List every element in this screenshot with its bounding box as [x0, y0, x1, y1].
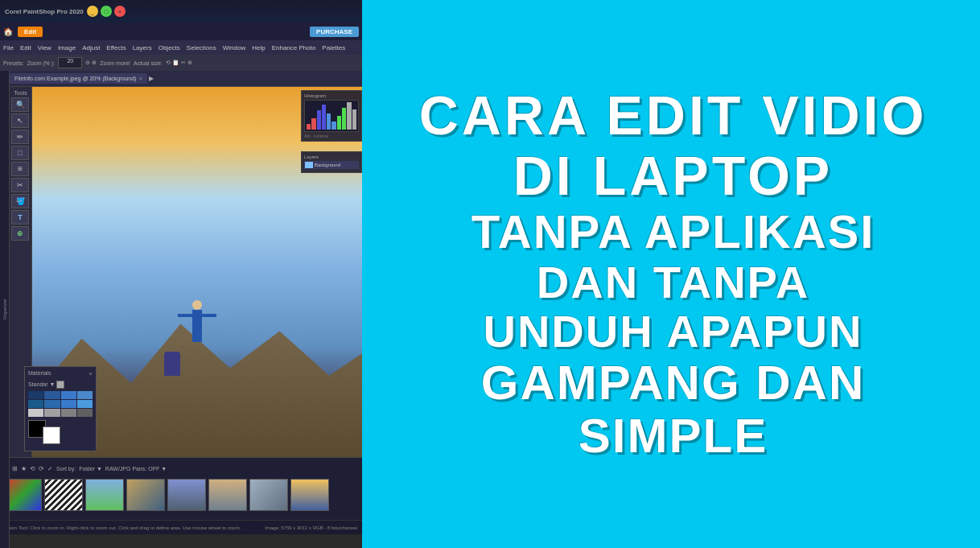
- zoom-controls: ⊖ ⊕: [85, 60, 97, 66]
- minimize-button[interactable]: _: [87, 6, 98, 17]
- swatch-2[interactable]: [44, 391, 60, 399]
- hist-bar-6: [331, 122, 336, 130]
- swatch-6[interactable]: [44, 400, 60, 408]
- layers-panel: Layers Background: [301, 151, 362, 173]
- materials-title: Materials: [28, 370, 51, 377]
- histogram-panel: Histogram Abs. Luminos: [301, 90, 362, 142]
- maximize-button[interactable]: □: [101, 6, 112, 17]
- menu-help[interactable]: Help: [252, 44, 265, 52]
- menu-edit[interactable]: Edit: [20, 44, 31, 52]
- menu-view[interactable]: View: [38, 44, 51, 52]
- swatch-12[interactable]: [77, 409, 93, 417]
- overlay-line-6: GAMPANG DAN: [419, 356, 928, 410]
- hist-bar-5: [327, 113, 331, 130]
- swatch-3[interactable]: [61, 391, 76, 399]
- layer-row: Background: [304, 161, 359, 169]
- close-button[interactable]: ×: [114, 6, 126, 17]
- menu-palettes[interactable]: Palettes: [322, 44, 345, 52]
- menu-objects[interactable]: Objects: [159, 44, 180, 52]
- menu-selections[interactable]: Selections: [187, 44, 216, 52]
- background-color[interactable]: [43, 426, 60, 444]
- swatch-11[interactable]: [61, 409, 76, 417]
- filmstrip-icon-3[interactable]: ★: [21, 465, 27, 472]
- menu-file[interactable]: File: [3, 44, 14, 52]
- sort-label: Sort by:: [56, 466, 76, 472]
- tab-close-icon[interactable]: ×: [138, 75, 142, 82]
- thumb-5[interactable]: [167, 479, 206, 511]
- zoom-label: Zoom (% ):: [27, 60, 56, 66]
- crop-tool[interactable]: ⊞: [11, 162, 29, 176]
- filmstrip-icon-4[interactable]: ⟲: [30, 465, 35, 472]
- app-logo: Corel PaintShop Pro 2020: [5, 8, 84, 15]
- status-text: Zoom Tool: Click to zoom in. Right-click…: [5, 525, 241, 530]
- person-body: [192, 310, 202, 342]
- menu-window[interactable]: Window: [223, 44, 245, 52]
- overlay-line-2: DI LAPTOP: [419, 146, 928, 206]
- rawjpg-label[interactable]: RAW/JPG Pairs: OFF ▼: [105, 466, 167, 472]
- thumb-2[interactable]: [44, 479, 83, 511]
- window-controls: _ □ ×: [87, 6, 126, 17]
- overlay-line-7: SIMPLE: [419, 410, 928, 463]
- swatch-8[interactable]: [77, 400, 93, 408]
- layer-thumb: [305, 162, 313, 168]
- file-tab[interactable]: FileInfo.com Example.jpeg @ 20% (Backgro…: [10, 73, 147, 84]
- cut-tool[interactable]: ✂: [11, 178, 29, 192]
- image-info: Image: 5759 x 3011 x RGB - 8 bits/channe…: [265, 525, 357, 530]
- paint-tool[interactable]: ✏: [11, 130, 29, 144]
- materials-close[interactable]: ×: [89, 370, 93, 377]
- filmstrip-icon-2[interactable]: ⊞: [12, 465, 18, 472]
- thumb-8[interactable]: [290, 479, 329, 511]
- materials-dropdown[interactable]: Standar ▼: [28, 381, 93, 389]
- swatch-7[interactable]: [61, 400, 76, 408]
- hist-bar-7: [337, 116, 341, 130]
- swatch-1[interactable]: [28, 391, 43, 399]
- status-bar: Zoom Tool: Click to zoom in. Right-click…: [0, 520, 362, 534]
- swatch-9[interactable]: [28, 409, 43, 417]
- hist-bar-red: [307, 124, 311, 130]
- menu-image[interactable]: Image: [58, 44, 76, 52]
- purchase-button[interactable]: PURCHASE: [310, 27, 359, 37]
- swatch-10[interactable]: [44, 409, 60, 417]
- swatch-4[interactable]: [77, 391, 93, 399]
- presets-label: Presets:: [3, 60, 24, 66]
- histogram-label: Abs. Luminos: [304, 134, 359, 138]
- menu-layers[interactable]: Layers: [133, 44, 152, 52]
- hist-bar-8: [342, 108, 346, 130]
- sort-value[interactable]: Folder ▼: [79, 466, 102, 472]
- thumb-3[interactable]: [85, 479, 124, 511]
- thumb-7[interactable]: [249, 479, 288, 511]
- zoom-more-label: Zoom more!: [100, 60, 130, 66]
- select-tool[interactable]: ↖: [11, 113, 29, 128]
- organizer-label: Organizer: [2, 299, 7, 319]
- text-overlay-panel: CARA EDIT VIDIO DI LAPTOP TANPA APLIKASI…: [362, 0, 980, 548]
- home-icon[interactable]: 🏠: [3, 27, 13, 36]
- hist-bar-9: [347, 102, 351, 130]
- hist-bar-10: [352, 109, 356, 130]
- filmstrip-thumbnails: [3, 479, 359, 511]
- zoom-input[interactable]: 20: [58, 57, 82, 68]
- text-tool[interactable]: T: [11, 210, 29, 225]
- menu-enhance[interactable]: Enhance Photo: [272, 44, 316, 52]
- nav-arrow-right[interactable]: ▶: [149, 75, 154, 82]
- fill-tool[interactable]: 🪣: [11, 194, 29, 208]
- thumb-4[interactable]: [126, 479, 165, 511]
- filmstrip-icon-6[interactable]: ✓: [47, 465, 53, 472]
- menu-adjust[interactable]: Adjust: [82, 44, 100, 52]
- swatch-5[interactable]: [28, 400, 43, 408]
- tab-label: FileInfo.com Example.jpeg @ 20% (Backgro…: [14, 76, 136, 81]
- menu-bar: File Edit View Image Adjust Effects Laye…: [0, 40, 362, 55]
- edit-mode-button[interactable]: Edit: [18, 27, 43, 37]
- overlay-line-4: DAN TANPA: [419, 258, 928, 307]
- color-swatches: [28, 391, 93, 417]
- thumb-6[interactable]: [208, 479, 247, 511]
- page-container: Corel PaintShop Pro 2020 _ □ × 🏠 Edit PU…: [0, 0, 980, 548]
- rect-tool[interactable]: □: [11, 146, 29, 160]
- shape-tool[interactable]: ⊕: [11, 226, 29, 241]
- hist-bar-3: [317, 110, 321, 130]
- histogram: [304, 100, 359, 132]
- zoom-tool[interactable]: 🔍: [11, 97, 29, 112]
- overlay-line-1: CARA EDIT VIDIO: [419, 85, 928, 146]
- menu-effects[interactable]: Effects: [106, 44, 126, 52]
- histogram-title: Histogram: [304, 93, 359, 98]
- filmstrip-icon-5[interactable]: ⟳: [39, 465, 44, 472]
